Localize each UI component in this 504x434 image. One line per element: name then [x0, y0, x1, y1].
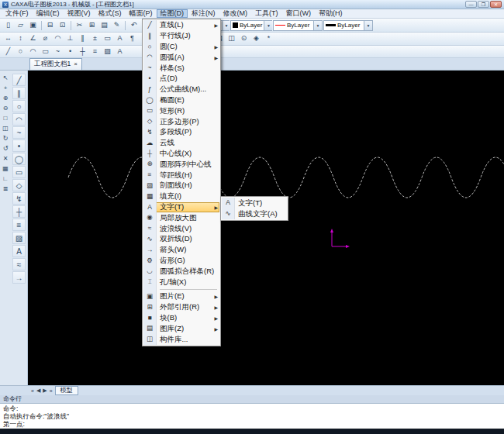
spline-icon[interactable]: ~: [52, 46, 64, 57]
command-history[interactable]: 命令:自动执行命令:"波浪线"第一点:: [0, 404, 504, 429]
centerline-icon[interactable]: ┼: [12, 205, 26, 218]
arrow-icon[interactable]: →: [12, 271, 26, 284]
line-icon[interactable]: ╱: [12, 74, 26, 86]
separator[interactable]: [125, 21, 126, 30]
menubar-item[interactable]: 格式(S): [95, 9, 126, 18]
perpendicular-icon[interactable]: ⊥: [64, 33, 76, 44]
tolerance-icon[interactable]: ±: [89, 33, 101, 44]
previous-tab-icon[interactable]: ◀: [36, 388, 40, 394]
menubar-item[interactable]: 修改(M): [219, 9, 252, 18]
color-combo[interactable]: ByLayer ▼: [230, 20, 272, 31]
point-icon[interactable]: •: [12, 140, 26, 152]
menu-item[interactable]: ◠ 圆弧(A) ▶: [143, 52, 219, 63]
vertical-dimension-icon[interactable]: ↕: [15, 33, 26, 44]
format-painter-icon[interactable]: ✎: [111, 20, 123, 31]
circle-icon[interactable]: ○: [15, 46, 26, 57]
separator[interactable]: [71, 21, 71, 30]
menu-item[interactable]: ⌶ 孔/轴(X): [143, 277, 219, 288]
pan-icon[interactable]: +: [1, 84, 10, 93]
menu-item[interactable]: A 文字(T) ▶: [143, 202, 219, 213]
zoom-out-icon[interactable]: ⊖: [1, 104, 10, 113]
menu-item[interactable]: ◉ 局部放大图: [143, 212, 219, 223]
rectangle-icon[interactable]: ▭: [40, 46, 51, 57]
chevron-down-icon[interactable]: ▼: [222, 21, 230, 30]
menu-item[interactable]: ☁ 云线: [143, 138, 219, 149]
menubar-item[interactable]: 帮助(H): [315, 9, 347, 18]
menu-item[interactable]: ≈ 波浪线(V): [143, 223, 219, 234]
menu-item[interactable]: ▤ 图库(Z) ▶: [143, 323, 219, 334]
zoom-in-icon[interactable]: ⊕: [1, 94, 10, 103]
polygon-icon[interactable]: ◇: [12, 179, 26, 191]
menu-item[interactable]: ⚙ 齿形(G): [143, 256, 219, 267]
line-icon[interactable]: ╱: [2, 46, 14, 57]
drawing-canvas[interactable]: [28, 71, 504, 385]
text-icon[interactable]: A: [114, 46, 126, 57]
arc-icon[interactable]: ◠: [27, 46, 39, 57]
component-icon[interactable]: ◫: [226, 33, 237, 44]
menu-item[interactable]: ƒ 公式曲线(M)...: [143, 84, 219, 95]
parallel-constraint-icon[interactable]: ∥: [77, 33, 88, 44]
text-icon[interactable]: A: [12, 245, 26, 257]
ortho-icon[interactable]: ∟: [1, 174, 10, 184]
first-tab-icon[interactable]: «: [31, 388, 34, 394]
menu-item[interactable]: ≡ 等距线(H): [143, 170, 219, 181]
minimize-button[interactable]: —: [465, 1, 477, 8]
polyline-icon[interactable]: ↯: [12, 192, 26, 205]
menu-item[interactable]: ◇ 正多边形(P): [143, 116, 219, 127]
arc-dimension-icon[interactable]: ◠: [52, 33, 64, 44]
last-tab-icon[interactable]: »: [50, 388, 53, 394]
chevron-down-icon[interactable]: ▼: [264, 21, 272, 30]
menubar-item[interactable]: 绘图(D): [157, 9, 188, 18]
close-button[interactable]: ✕: [490, 1, 502, 8]
menu-item[interactable]: ◫ 构件库...: [143, 334, 219, 345]
menubar-item[interactable]: 视图(V): [64, 9, 95, 18]
wave-line-icon[interactable]: ≈: [12, 258, 26, 270]
menubar-item[interactable]: 编辑(E): [33, 9, 64, 18]
hatch-icon[interactable]: ▨: [102, 46, 113, 57]
circle-icon[interactable]: ○: [12, 100, 26, 112]
menu-item[interactable]: ⊞ 外部引用(R) ▶: [143, 302, 219, 313]
zoom-window-icon[interactable]: □: [1, 114, 10, 123]
menu-item[interactable]: ∿ 双折线(D): [143, 234, 219, 245]
paste-icon[interactable]: ▤: [98, 20, 110, 31]
menu-item[interactable]: ⊕ 圆形阵列中心线: [143, 159, 219, 170]
maximize-button[interactable]: ❐: [478, 1, 489, 8]
zoom-all-icon[interactable]: ◫: [1, 124, 10, 133]
menu-item[interactable]: ■ 块(B) ▶: [143, 313, 219, 324]
center-mark-icon[interactable]: ⊙: [238, 33, 250, 44]
redraw-icon[interactable]: ↻: [1, 134, 10, 143]
menu-item[interactable]: ▨ 剖面线(H): [143, 181, 219, 191]
menu-item[interactable]: ○ 圆(C) ▶: [143, 42, 219, 53]
open-icon[interactable]: ▱: [15, 20, 26, 31]
menu-item[interactable]: ◯ 椭圆(E): [143, 95, 219, 106]
cut-icon[interactable]: ✂: [74, 20, 85, 31]
submenu-item[interactable]: ∿ 曲线文字(A): [222, 208, 287, 219]
rectangle-icon[interactable]: ▭: [12, 166, 26, 178]
model-tab[interactable]: 模型: [55, 386, 78, 395]
diameter-dimension-icon[interactable]: ⌀: [40, 33, 51, 44]
hatch-icon[interactable]: ▨: [12, 232, 26, 244]
asterisk-icon[interactable]: *: [263, 33, 274, 44]
menubar-item[interactable]: 幅面(P): [126, 9, 157, 18]
menu-item[interactable]: ∥ 平行线(J): [143, 31, 219, 42]
menu-item[interactable]: ╱ 直线(L) ▶: [143, 20, 219, 31]
menu-item[interactable]: ↯ 多段线(P): [143, 127, 219, 138]
ellipse-icon[interactable]: ◯: [12, 153, 26, 165]
copy-icon[interactable]: ⊞: [86, 20, 98, 31]
next-tab-icon[interactable]: ▶: [43, 388, 47, 394]
menubar-item[interactable]: 工具(T): [251, 9, 282, 18]
rect-annotation-icon[interactable]: ▭: [102, 33, 113, 44]
paragraph-icon[interactable]: ¶: [126, 33, 138, 44]
offset-icon[interactable]: ≡: [89, 46, 101, 57]
select-icon[interactable]: ↖: [1, 74, 10, 83]
chevron-down-icon[interactable]: ▼: [364, 21, 372, 30]
grid-icon[interactable]: ▦: [1, 164, 10, 174]
menu-item[interactable]: ▭ 矩形(R): [143, 105, 219, 116]
linetype-combo[interactable]: ByLayer ▼: [273, 20, 323, 31]
chevron-down-icon[interactable]: ▼: [313, 21, 322, 30]
command-panel[interactable]: 命令行 命令:自动执行命令:"波浪线"第一点:: [0, 395, 504, 429]
horizontal-dimension-icon[interactable]: ↔: [2, 33, 14, 44]
menu-item[interactable]: ▦ 填充(I): [143, 191, 219, 202]
view-back-icon[interactable]: ↺: [1, 144, 10, 153]
undo-icon[interactable]: ↶: [128, 20, 140, 31]
